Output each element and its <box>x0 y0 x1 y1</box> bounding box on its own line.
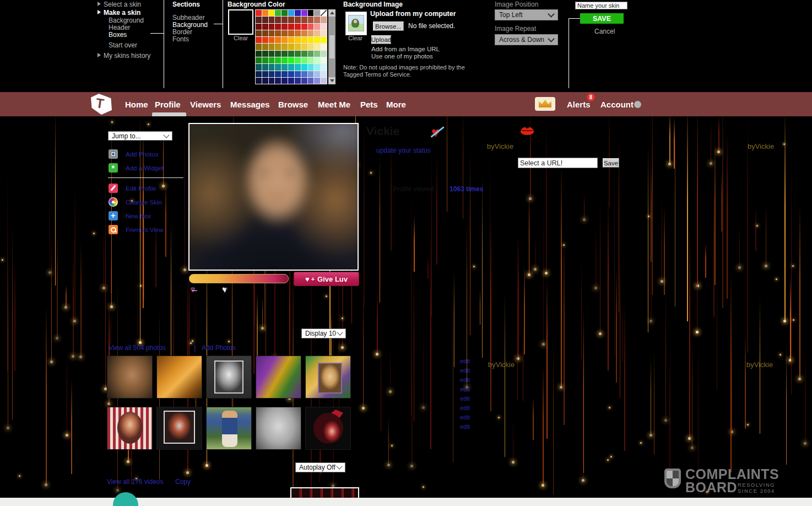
palette-swatch[interactable] <box>256 37 262 43</box>
palette-swatch[interactable] <box>295 30 301 36</box>
tab-home[interactable]: Home <box>125 92 148 116</box>
palette-swatch[interactable] <box>308 24 314 30</box>
palette-swatch[interactable] <box>295 24 301 30</box>
palette-swatch[interactable] <box>308 44 314 50</box>
menu-header[interactable]: Header <box>109 24 130 31</box>
palette-swatch[interactable] <box>308 57 314 63</box>
palette-swatch[interactable] <box>282 64 288 70</box>
palette-swatch[interactable] <box>288 64 294 70</box>
palette-swatch[interactable] <box>269 78 275 84</box>
palette-swatch[interactable] <box>256 30 262 36</box>
tagged-logo[interactable]: T <box>91 94 112 115</box>
palette-swatch[interactable] <box>282 17 288 23</box>
palette-swatch[interactable] <box>295 17 301 23</box>
palette-swatch[interactable] <box>269 64 275 70</box>
palette-swatch[interactable] <box>321 44 327 50</box>
edit-link[interactable]: edit <box>460 367 470 374</box>
palette-swatch[interactable] <box>314 51 320 57</box>
palette-swatch[interactable] <box>256 10 262 16</box>
flag-heart-icon[interactable]: ♥ <box>190 285 196 294</box>
use-my-photos-link[interactable]: Use one of my photos <box>371 53 433 60</box>
view-all-videos-link[interactable]: View all 176 videos <box>107 478 164 486</box>
skin-name-input[interactable] <box>575 2 627 9</box>
palette-swatch[interactable] <box>321 78 327 84</box>
edit-profile-link[interactable]: Edit Profile <box>126 185 156 192</box>
palette-swatch[interactable] <box>308 71 314 77</box>
update-status-link[interactable]: update your status <box>376 147 431 154</box>
palette-swatch[interactable] <box>256 17 262 23</box>
palette-swatch[interactable] <box>256 44 262 50</box>
palette-swatch[interactable] <box>301 24 307 30</box>
photo-thumbnail[interactable] <box>305 356 351 399</box>
palette-swatch[interactable] <box>301 51 307 57</box>
add-from-url-link[interactable]: Add from an Image URL <box>371 46 440 52</box>
palette-swatch[interactable] <box>321 24 327 30</box>
palette-swatch[interactable] <box>314 71 320 77</box>
photo-thumbnail[interactable] <box>305 407 351 450</box>
palette-swatch[interactable] <box>262 51 268 57</box>
cancel-link[interactable]: Cancel <box>594 28 615 35</box>
crown-tile[interactable] <box>535 97 555 111</box>
edit-link[interactable]: edit <box>460 395 470 402</box>
palette-swatch[interactable] <box>275 71 281 77</box>
palette-swatch[interactable] <box>288 24 294 30</box>
photo-thumbnail[interactable] <box>107 407 153 450</box>
palette-swatch[interactable] <box>275 51 281 57</box>
palette-swatch[interactable] <box>262 71 268 77</box>
section-background[interactable]: Background <box>172 21 208 29</box>
image-position-select[interactable]: Top Left <box>495 9 558 20</box>
photo-thumbnail[interactable] <box>156 356 202 399</box>
add-photos-link[interactable]: Add Photos <box>202 344 236 352</box>
palette-swatch[interactable] <box>295 64 301 70</box>
palette-swatch[interactable] <box>301 17 307 23</box>
account-avatar[interactable] <box>634 101 641 108</box>
menu-boxes[interactable]: Boxes <box>109 31 127 39</box>
view-all-photos-link[interactable]: View all 504 photos <box>109 344 166 352</box>
palette-swatch[interactable] <box>275 10 281 16</box>
add-widget-link[interactable]: Add a Widget <box>126 165 164 171</box>
palette-swatch[interactable] <box>256 57 262 63</box>
palette-swatch[interactable] <box>262 24 268 30</box>
clear-image-link[interactable]: Clear <box>348 35 362 41</box>
palette-swatch[interactable] <box>301 78 307 84</box>
tab-messages[interactable]: Messages <box>230 92 270 116</box>
camera-icon[interactable] <box>109 149 118 159</box>
palette-swatch[interactable] <box>295 51 301 57</box>
palette-swatch[interactable] <box>314 64 320 70</box>
palette-swatch[interactable] <box>314 57 320 63</box>
palette-swatch[interactable] <box>282 44 288 50</box>
tab-more[interactable]: More <box>386 92 406 116</box>
palette-swatch[interactable] <box>269 30 275 36</box>
account-button[interactable]: Account <box>600 92 634 116</box>
palette-swatch[interactable] <box>301 71 307 77</box>
palette-swatch[interactable] <box>295 10 301 16</box>
palette-swatch[interactable] <box>288 17 294 23</box>
edit-link[interactable]: edit <box>460 386 470 392</box>
palette-swatch[interactable] <box>275 57 281 63</box>
new-box-link[interactable]: New Box <box>126 213 151 219</box>
section-subheader[interactable]: Subheader <box>172 14 205 21</box>
add-photos-link[interactable]: Add Photos <box>126 151 158 158</box>
palette-swatch[interactable] <box>321 71 327 77</box>
palette-swatch[interactable] <box>314 78 320 84</box>
palette-swatch[interactable] <box>308 10 314 16</box>
pencil-icon[interactable] <box>109 184 118 193</box>
palette-swatch[interactable] <box>295 44 301 50</box>
palette-swatch[interactable] <box>275 64 281 70</box>
palette-swatch[interactable] <box>269 57 275 63</box>
plus-box-icon[interactable]: + <box>109 211 118 220</box>
palette-swatch[interactable] <box>269 37 275 43</box>
palette-swatch[interactable] <box>256 71 262 77</box>
scroll-down-button[interactable] <box>328 77 335 84</box>
edit-link[interactable]: edit <box>460 423 470 430</box>
palette-swatch[interactable] <box>282 30 288 36</box>
browse-button[interactable]: Browse... <box>373 21 404 31</box>
palette-swatch[interactable] <box>256 24 262 30</box>
palette-swatch[interactable] <box>295 57 301 63</box>
palette-swatch[interactable] <box>288 30 294 36</box>
palette-swatch[interactable] <box>262 10 268 16</box>
scroll-up-button[interactable] <box>328 9 335 17</box>
photo-thumbnail[interactable] <box>206 407 252 450</box>
edit-link[interactable]: edit <box>460 414 470 421</box>
palette-swatch[interactable] <box>275 24 281 30</box>
